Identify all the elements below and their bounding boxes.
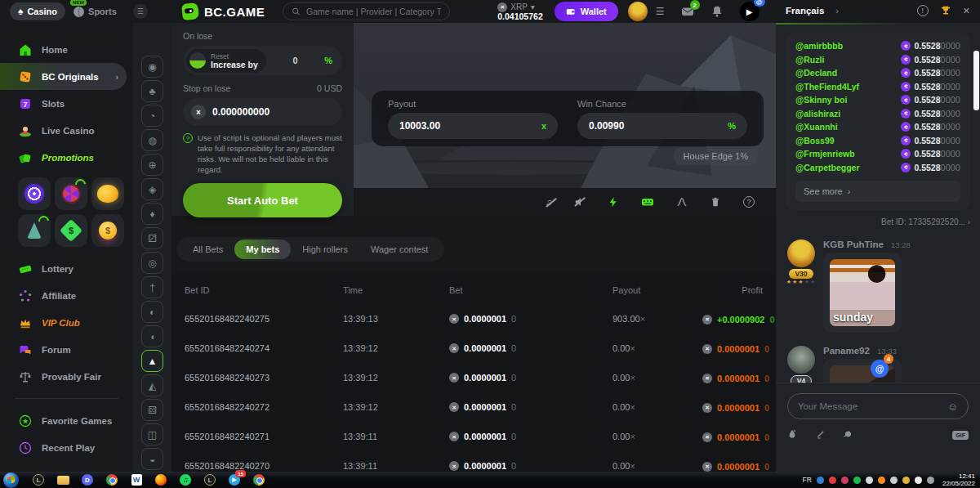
rain-user-row[interactable]: @alishirazi ¢ 0.55280000 (795, 107, 960, 121)
avatar[interactable] (787, 346, 815, 374)
menu-icon[interactable]: ☰ (656, 6, 665, 17)
bet-row[interactable]: 65520168482240271 13:39:11 × 0.00000010 … (185, 422, 763, 451)
sidebar-item-vip-club[interactable]: VIP Club (0, 309, 133, 336)
kendama-game-icon[interactable]: ◎ (141, 252, 163, 274)
file-explorer[interactable] (51, 472, 74, 487)
bet-row[interactable]: 65520168482240273 13:39:12 × 0.00000010 … (185, 363, 763, 392)
user-avatar[interactable] (628, 2, 648, 21)
chrome[interactable] (100, 472, 123, 487)
mine-game-icon[interactable]: ◈ (141, 178, 163, 200)
fruit-game-icon[interactable]: ♦ (141, 203, 163, 225)
action-center-tray-icon[interactable] (915, 477, 922, 484)
emoji-icon[interactable]: ☺ (947, 401, 958, 413)
sidebar-item-slots[interactable]: 7 Slots (0, 90, 133, 117)
word[interactable]: W (125, 472, 148, 487)
close-icon[interactable]: ✕ (963, 6, 970, 16)
rain-user-row[interactable]: @amirbbbb ¢ 0.55280000 (795, 39, 960, 53)
language-indicator[interactable]: FR (803, 476, 812, 484)
message-input[interactable] (798, 401, 947, 411)
deals-tile[interactable]: $ (55, 214, 87, 247)
bets-tab[interactable]: Wager contest (359, 240, 440, 259)
stop-on-lose-input[interactable]: × 0.000000000 (183, 98, 342, 126)
brand-logo[interactable]: BC.GAME (182, 3, 265, 20)
firefox[interactable] (149, 472, 172, 487)
sidebar-item-bc-originals[interactable]: BC Originals › (0, 63, 127, 90)
casino-game-icon[interactable]: ♣ (141, 80, 163, 102)
red-app-tray-icon[interactable] (829, 477, 836, 484)
league-of-legends[interactable]: L (198, 472, 221, 487)
sidebar-item-recent-play[interactable]: Recent Play (0, 434, 133, 461)
trophy-icon[interactable] (940, 5, 951, 16)
spotify[interactable]: ♫ (174, 472, 197, 487)
chat-rules-pen-icon[interactable] (815, 429, 825, 441)
start-auto-bet-button[interactable]: Start Auto Bet (183, 183, 342, 217)
increase-value-input[interactable]: 0 (271, 56, 319, 65)
reset-increase-toggle[interactable]: Reset Increase by (186, 49, 266, 73)
sidebar-item-provably-fair[interactable]: Provably Fair (0, 363, 133, 390)
rain-user-row[interactable]: @TheFiend4Lyf ¢ 0.55280000 (795, 80, 960, 94)
bet-row[interactable]: 65520168482240275 13:39:13 × 0.00000010 … (185, 304, 763, 334)
crimson-app-tray-icon[interactable] (841, 477, 849, 484)
currency-selector[interactable]: × XRP ▾ 0.04105762 (497, 2, 542, 21)
wheel-game-icon[interactable]: ◔ (141, 105, 163, 127)
bets-tab[interactable]: My bets (234, 240, 291, 259)
rain-user-row[interactable]: @Frmjenriewb ¢ 0.55280000 (795, 147, 960, 161)
clear-trash-icon[interactable] (710, 196, 721, 208)
spin-wheel-tile[interactable] (55, 177, 87, 210)
sidebar-collapse-button[interactable]: ☰ (133, 4, 148, 19)
eye-game-icon[interactable]: ◐ (141, 301, 163, 323)
bet-row[interactable]: 65520168482240272 13:39:12 × 0.00000010 … (185, 392, 763, 422)
coin-drop-tile[interactable]: $ (91, 214, 124, 247)
spotify-tray-icon[interactable] (853, 477, 861, 484)
sidebar-item-affiliate[interactable]: Affiliate (0, 282, 133, 309)
sound-off-icon[interactable] (574, 196, 586, 208)
network-tray-icon[interactable] (927, 477, 934, 484)
slots-game-icon[interactable]: ◒ (141, 448, 163, 470)
fish-game-icon[interactable]: ◖ (141, 325, 163, 347)
limbo-rocket-game-icon[interactable]: ▲ (141, 350, 163, 372)
rain-user-row[interactable]: @Skinny boi ¢ 0.55280000 (795, 93, 960, 107)
rain-drop-icon[interactable] (787, 429, 797, 441)
rain-user-row[interactable]: @Ruzli ¢ 0.55280000 (795, 53, 960, 67)
notifications-button[interactable] (710, 5, 724, 18)
see-more-button[interactable]: See more › (795, 181, 960, 202)
sword-game-icon[interactable]: † (141, 276, 163, 298)
payout-input[interactable]: 10003.00 x (388, 113, 558, 139)
monitor-tray-icon[interactable] (890, 477, 898, 484)
increase-by-option[interactable]: Increase by (211, 60, 258, 69)
dice-game-icon[interactable]: ⚂ (141, 227, 163, 249)
sports-tab[interactable]: NEW Sports (65, 2, 125, 20)
win-chance-input[interactable]: 0.00990 % (577, 113, 747, 139)
sidebar-item-forum[interactable]: Forum (0, 336, 133, 363)
taskbar-clock[interactable]: 12:41 22/05/2022 (942, 472, 975, 487)
edge-tray-icon[interactable] (817, 477, 824, 484)
rocket-race-tile[interactable] (18, 214, 51, 247)
rain-user-row[interactable]: @Boss99 ¢ 0.55280000 (795, 134, 960, 148)
sidebar-item-home[interactable]: Home (0, 36, 133, 63)
message-username[interactable]: Paname92 (823, 346, 870, 356)
bets-tab[interactable]: All Bets (181, 240, 234, 259)
messages-button[interactable]: 2 (681, 5, 694, 18)
coin-drop-icon[interactable] (843, 429, 853, 441)
start-button[interactable] (3, 472, 19, 488)
sidebar-item-lottery[interactable]: Lottery (0, 255, 133, 282)
sidebar-item-favorite-games[interactable]: ★ Favorite Games (0, 407, 133, 434)
sidebar-item-live-casino[interactable]: Live Casino (0, 117, 133, 144)
volume-tray-icon[interactable] (866, 477, 873, 484)
league-of-legends[interactable]: L (27, 472, 50, 487)
bet-row[interactable]: 65520168482240274 13:39:12 × 0.00000010 … (185, 334, 763, 363)
chevron-right-icon[interactable]: › (835, 6, 839, 16)
casino-tab[interactable]: ♠ Casino (10, 2, 65, 20)
gif-button[interactable]: GIF (952, 431, 969, 440)
bets-tab[interactable]: High rollers (291, 240, 359, 259)
mention-button[interactable]: @ 4 (871, 360, 889, 378)
chat-scrollbar[interactable] (973, 51, 979, 110)
chat-language-tab[interactable]: Français (786, 6, 824, 16)
daily-task-tile[interactable] (18, 177, 51, 210)
search-input[interactable] (306, 7, 441, 16)
bet-id-link[interactable]: Bet ID: 17335292520... › (786, 217, 970, 226)
rain-user-row[interactable]: @Decland ¢ 0.55280000 (795, 66, 960, 80)
chat-toggle-button[interactable]: ▶ @ (740, 2, 760, 21)
keno-game-icon[interactable]: ◫ (141, 423, 163, 445)
discord[interactable]: D (76, 472, 99, 487)
